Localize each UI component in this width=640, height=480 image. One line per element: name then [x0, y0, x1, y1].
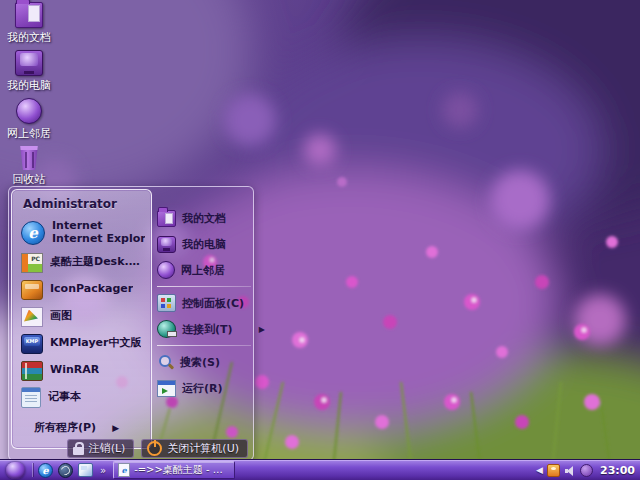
winrar-icon — [21, 361, 43, 381]
iconpackager-icon — [21, 280, 43, 300]
control-panel-icon — [157, 294, 176, 312]
taskbar: » -=>>桌酷主题 - M... ◀ 23:00 — [0, 459, 640, 480]
my-computer-icon — [157, 236, 176, 253]
theme-icon[interactable] — [580, 464, 593, 477]
taskbar-divider — [32, 463, 33, 477]
menu-item-zhuoku-theme[interactable]: 桌酷主题Desk.ZhuoKu.Com — [12, 249, 151, 276]
log-off-label: 注销(L) — [89, 441, 126, 456]
menu-item-label: KMPlayer中文版 — [50, 337, 141, 350]
volume-icon[interactable] — [564, 465, 576, 476]
menu-item-label: 连接到(T) — [182, 322, 233, 337]
start-menu-left-panel: Administrator Internet Internet Explorer… — [11, 189, 152, 449]
menu-item-run[interactable]: 运行(R) — [157, 375, 251, 401]
menu-item-network-places[interactable]: 网上邻居 — [157, 257, 251, 283]
task-button-title: -=>>桌酷主题 - M... — [134, 463, 230, 477]
ie-page-icon — [118, 463, 130, 477]
menu-item-iconpackager[interactable]: IconPackager — [12, 276, 151, 303]
lock-icon — [73, 447, 84, 455]
desktop-icon-network-places[interactable]: 网上邻居 — [2, 98, 56, 146]
turn-off-label: 关闭计算机(U) — [167, 441, 239, 456]
menu-item-connect-to[interactable]: 连接到(T) ▶ — [157, 316, 251, 342]
my-documents-icon — [157, 210, 176, 227]
menu-item-label: Internet Internet Explorer — [52, 220, 145, 245]
menu-item-notepad[interactable]: 记事本 — [12, 384, 151, 411]
chevron-right-icon: ▶ — [259, 325, 265, 334]
desktop-icon-list: 我的文档 我的电脑 网上邻居 回收站 — [2, 2, 56, 194]
start-menu-user-name: Administrator — [23, 197, 117, 211]
menu-item-label: WinRAR — [50, 364, 99, 377]
menu-item-label: 我的文档 — [182, 211, 226, 226]
menu-item-kmplayer[interactable]: KMPlayer中文版 — [12, 330, 151, 357]
desktop-icon-label: 我的文档 — [7, 30, 51, 45]
paint-icon — [21, 307, 43, 327]
ie-icon — [21, 221, 45, 245]
menu-item-label: 我的电脑 — [182, 237, 226, 252]
run-icon — [157, 380, 176, 397]
messenger-icon[interactable] — [547, 464, 560, 477]
taskbar-task-button[interactable]: -=>>桌酷主题 - M... — [113, 461, 235, 479]
menu-item-my-computer[interactable]: 我的电脑 — [157, 231, 251, 257]
menu-item-search[interactable]: 搜索(S) — [157, 349, 251, 375]
connect-to-icon — [157, 320, 176, 338]
menu-item-label: 搜索(S) — [180, 355, 220, 370]
power-icon — [147, 441, 162, 456]
desktop-icon-label: 回收站 — [13, 172, 46, 187]
menu-item-label: 网上邻居 — [181, 263, 225, 278]
menu-divider — [157, 286, 251, 287]
log-off-button[interactable]: 注销(L) — [67, 439, 135, 458]
quick-launch-overflow-chevron[interactable]: » — [100, 465, 106, 476]
desktop-icon-label: 我的电脑 — [7, 78, 51, 93]
system-tray: ◀ 23:00 — [536, 464, 640, 477]
clock[interactable]: 23:00 — [600, 464, 635, 477]
menu-item-label: 记事本 — [48, 391, 81, 404]
turn-off-computer-button[interactable]: 关闭计算机(U) — [141, 439, 248, 458]
kmplayer-icon — [21, 334, 43, 354]
menu-item-internet-explorer[interactable]: Internet Internet Explorer — [12, 216, 151, 249]
chevron-right-icon: ▶ — [112, 423, 119, 433]
menu-item-winrar[interactable]: WinRAR — [12, 357, 151, 384]
search-icon — [157, 354, 174, 370]
my-computer-icon — [15, 50, 43, 76]
menu-item-label: 控制面板(C) — [182, 296, 244, 311]
recycle-bin-icon — [18, 146, 40, 170]
menu-item-my-documents[interactable]: 我的文档 — [157, 205, 251, 231]
desktop[interactable]: 我的文档 我的电脑 网上邻居 回收站 Administrator Interne… — [0, 0, 640, 480]
menu-item-label: 桌酷主题Desk.ZhuoKu.Com — [50, 256, 145, 269]
start-menu-pinned-list: Internet Internet Explorer 桌酷主题Desk.Zhuo… — [12, 216, 151, 411]
menu-item-label: IconPackager — [50, 283, 133, 296]
msn-globe-icon[interactable] — [58, 463, 73, 478]
desktop-icon-my-documents[interactable]: 我的文档 — [2, 2, 56, 50]
start-button[interactable] — [6, 462, 25, 479]
my-documents-icon — [15, 2, 43, 28]
ie-icon[interactable] — [38, 463, 53, 478]
menu-item-label: 画图 — [50, 310, 72, 323]
zhuoku-theme-icon — [21, 253, 43, 273]
menu-item-label: 运行(R) — [182, 381, 223, 396]
desktop-icon-my-computer[interactable]: 我的电脑 — [2, 50, 56, 98]
show-desktop-icon[interactable] — [78, 463, 93, 477]
menu-divider — [157, 345, 251, 346]
network-places-icon — [157, 261, 175, 279]
start-menu-right-panel: 我的文档 我的电脑 网上邻居 控制面板(C) 连接到(T) ▶ — [157, 205, 251, 401]
all-programs-button[interactable]: 所有程序(P) ▶ — [34, 420, 119, 435]
all-programs-label: 所有程序(P) — [34, 420, 96, 435]
menu-item-control-panel[interactable]: 控制面板(C) — [157, 290, 251, 316]
tray-collapse-chevron[interactable]: ◀ — [536, 465, 543, 475]
network-places-icon — [16, 98, 42, 124]
quick-launch-bar: » — [36, 463, 110, 478]
menu-item-paint[interactable]: 画图 — [12, 303, 151, 330]
start-menu: Administrator Internet Internet Explorer… — [8, 186, 254, 461]
start-menu-bottom-bar: 注销(L) 关闭计算机(U) — [105, 439, 248, 458]
desktop-icon-label: 网上邻居 — [7, 126, 51, 141]
notepad-icon — [21, 387, 41, 408]
